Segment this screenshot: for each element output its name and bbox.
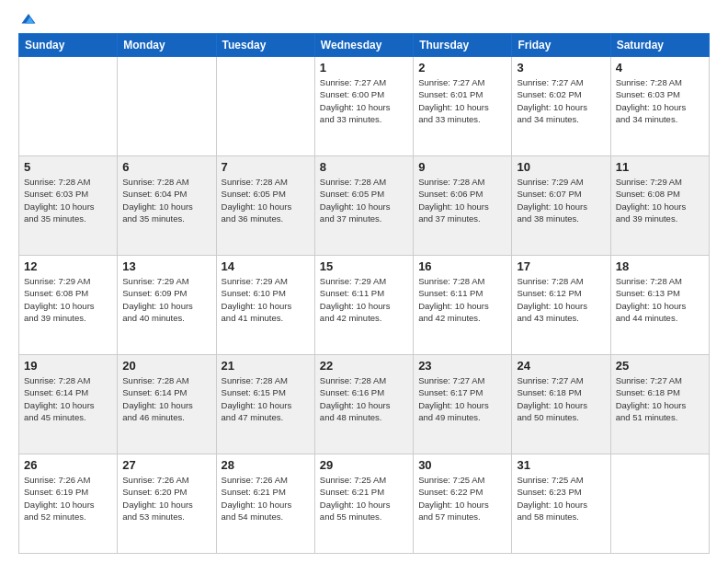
day-cell: 23Sunrise: 7:27 AM Sunset: 6:17 PM Dayli…: [414, 355, 512, 454]
day-info: Sunrise: 7:27 AM Sunset: 6:00 PM Dayligh…: [320, 76, 408, 125]
day-number: 5: [24, 160, 112, 174]
day-cell: 24Sunrise: 7:27 AM Sunset: 6:18 PM Dayli…: [512, 355, 610, 454]
week-row-2: 5Sunrise: 7:28 AM Sunset: 6:03 PM Daylig…: [19, 156, 710, 256]
day-number: 20: [122, 359, 210, 373]
day-info: Sunrise: 7:28 AM Sunset: 6:14 PM Dayligh…: [122, 374, 210, 423]
calendar-table: SundayMondayTuesdayWednesdayThursdayFrid…: [18, 33, 710, 554]
day-number: 10: [517, 160, 605, 174]
day-cell: 3Sunrise: 7:27 AM Sunset: 6:02 PM Daylig…: [512, 57, 610, 156]
day-info: Sunrise: 7:25 AM Sunset: 6:23 PM Dayligh…: [517, 474, 605, 523]
day-cell: 4Sunrise: 7:28 AM Sunset: 6:03 PM Daylig…: [610, 57, 709, 156]
day-info: Sunrise: 7:28 AM Sunset: 6:04 PM Dayligh…: [122, 176, 210, 224]
day-info: Sunrise: 7:27 AM Sunset: 6:01 PM Dayligh…: [418, 76, 506, 125]
day-info: Sunrise: 7:29 AM Sunset: 6:07 PM Dayligh…: [517, 176, 605, 224]
day-cell: 6Sunrise: 7:28 AM Sunset: 6:04 PM Daylig…: [118, 156, 216, 256]
day-cell: 29Sunrise: 7:25 AM Sunset: 6:21 PM Dayli…: [314, 454, 413, 554]
day-number: 11: [616, 160, 704, 174]
day-cell: 5Sunrise: 7:28 AM Sunset: 6:03 PM Daylig…: [19, 156, 118, 256]
day-number: 21: [222, 359, 310, 373]
weekday-header-row: SundayMondayTuesdayWednesdayThursdayFrid…: [19, 34, 710, 57]
day-cell: 21Sunrise: 7:28 AM Sunset: 6:15 PM Dayli…: [216, 355, 314, 454]
day-number: 6: [122, 160, 210, 174]
day-info: Sunrise: 7:29 AM Sunset: 6:08 PM Dayligh…: [24, 275, 112, 324]
weekday-tuesday: Tuesday: [216, 34, 314, 57]
day-info: Sunrise: 7:29 AM Sunset: 6:08 PM Dayligh…: [616, 176, 704, 224]
day-cell: 10Sunrise: 7:29 AM Sunset: 6:07 PM Dayli…: [512, 156, 610, 256]
day-info: Sunrise: 7:26 AM Sunset: 6:20 PM Dayligh…: [122, 474, 210, 523]
week-row-1: 1Sunrise: 7:27 AM Sunset: 6:00 PM Daylig…: [19, 57, 710, 156]
day-cell: 26Sunrise: 7:26 AM Sunset: 6:19 PM Dayli…: [19, 454, 118, 554]
weekday-thursday: Thursday: [414, 34, 512, 57]
day-info: Sunrise: 7:27 AM Sunset: 6:17 PM Dayligh…: [418, 374, 506, 423]
logo-icon: [20, 11, 37, 28]
day-info: Sunrise: 7:28 AM Sunset: 6:15 PM Dayligh…: [222, 374, 310, 423]
weekday-saturday: Saturday: [610, 34, 709, 57]
day-cell: [19, 57, 118, 156]
day-info: Sunrise: 7:28 AM Sunset: 6:03 PM Dayligh…: [616, 76, 704, 125]
day-info: Sunrise: 7:28 AM Sunset: 6:06 PM Dayligh…: [418, 176, 506, 224]
day-number: 2: [418, 61, 506, 75]
day-number: 18: [616, 259, 704, 273]
day-cell: 11Sunrise: 7:29 AM Sunset: 6:08 PM Dayli…: [610, 156, 709, 256]
day-number: 7: [222, 160, 310, 174]
day-info: Sunrise: 7:28 AM Sunset: 6:12 PM Dayligh…: [517, 275, 605, 324]
day-cell: 14Sunrise: 7:29 AM Sunset: 6:10 PM Dayli…: [216, 256, 314, 355]
day-number: 23: [418, 359, 506, 373]
day-number: 26: [24, 458, 112, 472]
day-info: Sunrise: 7:27 AM Sunset: 6:18 PM Dayligh…: [616, 374, 704, 423]
day-cell: 15Sunrise: 7:29 AM Sunset: 6:11 PM Dayli…: [314, 256, 413, 355]
logo: [18, 15, 37, 24]
day-info: Sunrise: 7:27 AM Sunset: 6:02 PM Dayligh…: [517, 76, 605, 125]
day-number: 25: [616, 359, 704, 373]
day-number: 16: [418, 259, 506, 273]
day-info: Sunrise: 7:29 AM Sunset: 6:11 PM Dayligh…: [320, 275, 408, 324]
day-cell: 25Sunrise: 7:27 AM Sunset: 6:18 PM Dayli…: [610, 355, 709, 454]
day-number: 28: [222, 458, 310, 472]
day-number: 4: [616, 61, 704, 75]
day-cell: 28Sunrise: 7:26 AM Sunset: 6:21 PM Dayli…: [216, 454, 314, 554]
day-number: 1: [320, 61, 408, 75]
weekday-wednesday: Wednesday: [314, 34, 413, 57]
week-row-5: 26Sunrise: 7:26 AM Sunset: 6:19 PM Dayli…: [19, 454, 710, 554]
day-number: 29: [320, 458, 408, 472]
day-number: 14: [222, 259, 310, 273]
week-row-3: 12Sunrise: 7:29 AM Sunset: 6:08 PM Dayli…: [19, 256, 710, 355]
day-number: 19: [24, 359, 112, 373]
day-cell: 19Sunrise: 7:28 AM Sunset: 6:14 PM Dayli…: [19, 355, 118, 454]
header: [18, 15, 710, 24]
day-cell: 2Sunrise: 7:27 AM Sunset: 6:01 PM Daylig…: [414, 57, 512, 156]
day-cell: 27Sunrise: 7:26 AM Sunset: 6:20 PM Dayli…: [118, 454, 216, 554]
day-number: 24: [517, 359, 605, 373]
day-number: 8: [320, 160, 408, 174]
day-cell: 9Sunrise: 7:28 AM Sunset: 6:06 PM Daylig…: [414, 156, 512, 256]
day-cell: 22Sunrise: 7:28 AM Sunset: 6:16 PM Dayli…: [314, 355, 413, 454]
day-number: 22: [320, 359, 408, 373]
day-info: Sunrise: 7:28 AM Sunset: 6:11 PM Dayligh…: [418, 275, 506, 324]
day-cell: 31Sunrise: 7:25 AM Sunset: 6:23 PM Dayli…: [512, 454, 610, 554]
week-row-4: 19Sunrise: 7:28 AM Sunset: 6:14 PM Dayli…: [19, 355, 710, 454]
day-number: 31: [517, 458, 605, 472]
day-number: 15: [320, 259, 408, 273]
day-cell: 20Sunrise: 7:28 AM Sunset: 6:14 PM Dayli…: [118, 355, 216, 454]
day-cell: 16Sunrise: 7:28 AM Sunset: 6:11 PM Dayli…: [414, 256, 512, 355]
day-info: Sunrise: 7:28 AM Sunset: 6:13 PM Dayligh…: [616, 275, 704, 324]
day-cell: 12Sunrise: 7:29 AM Sunset: 6:08 PM Dayli…: [19, 256, 118, 355]
day-number: 12: [24, 259, 112, 273]
day-info: Sunrise: 7:26 AM Sunset: 6:19 PM Dayligh…: [24, 474, 112, 523]
day-cell: 1Sunrise: 7:27 AM Sunset: 6:00 PM Daylig…: [314, 57, 413, 156]
day-number: 9: [418, 160, 506, 174]
day-info: Sunrise: 7:25 AM Sunset: 6:22 PM Dayligh…: [418, 474, 506, 523]
day-number: 3: [517, 61, 605, 75]
day-info: Sunrise: 7:28 AM Sunset: 6:05 PM Dayligh…: [222, 176, 310, 224]
weekday-sunday: Sunday: [19, 34, 118, 57]
day-number: 30: [418, 458, 506, 472]
day-cell: 7Sunrise: 7:28 AM Sunset: 6:05 PM Daylig…: [216, 156, 314, 256]
weekday-friday: Friday: [512, 34, 610, 57]
day-info: Sunrise: 7:28 AM Sunset: 6:05 PM Dayligh…: [320, 176, 408, 224]
day-info: Sunrise: 7:28 AM Sunset: 6:03 PM Dayligh…: [24, 176, 112, 224]
day-info: Sunrise: 7:27 AM Sunset: 6:18 PM Dayligh…: [517, 374, 605, 423]
day-info: Sunrise: 7:29 AM Sunset: 6:10 PM Dayligh…: [222, 275, 310, 324]
day-info: Sunrise: 7:28 AM Sunset: 6:16 PM Dayligh…: [320, 374, 408, 423]
day-number: 17: [517, 259, 605, 273]
day-info: Sunrise: 7:26 AM Sunset: 6:21 PM Dayligh…: [222, 474, 310, 523]
